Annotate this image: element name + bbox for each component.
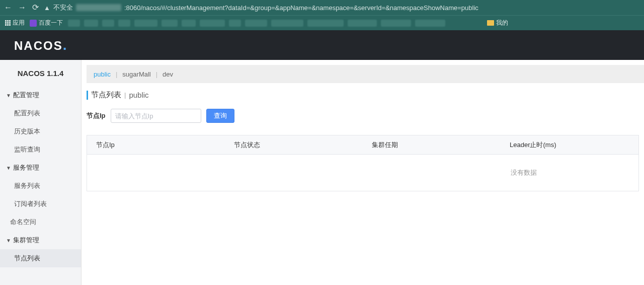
sidebar-group-service[interactable]: ▼ 服务管理	[0, 159, 81, 177]
search-label: 节点Ip	[87, 111, 106, 120]
sidebar-item-namespace[interactable]: 命名空间	[0, 213, 81, 231]
sidebar-item-history[interactable]: 历史版本	[0, 122, 81, 140]
sidebar-group-cluster[interactable]: ▼ 集群管理	[0, 231, 81, 249]
page-title: 节点列表 | public	[87, 90, 644, 100]
sidebar-title: NACOS 1.1.4	[0, 60, 81, 86]
bookmark-blurred-items	[68, 20, 482, 27]
title-accent-bar	[87, 91, 88, 100]
nacos-logo[interactable]: NACOS.	[14, 37, 67, 53]
sidebar-item-node-list[interactable]: 节点列表	[0, 249, 81, 267]
title-separator: |	[124, 91, 126, 99]
sidebar-item-service-list[interactable]: 服务列表	[0, 177, 81, 195]
bookmark-baidu[interactable]: 百度一下	[30, 19, 63, 27]
sidebar-item-listener[interactable]: 监听查询	[0, 140, 81, 159]
nacos-logo-text: NACOS	[14, 39, 63, 52]
bookmark-mine[interactable]: 我的	[487, 19, 508, 27]
table-empty-text: 没有数据	[511, 168, 537, 177]
browser-nav-icons: ← → ⟳	[4, 4, 39, 12]
baidu-icon	[30, 20, 37, 27]
table-body: 没有数据	[87, 155, 638, 191]
col-leader-due: Leader止时(ms)	[501, 135, 638, 154]
insecure-warning-icon: ▲	[44, 4, 50, 12]
col-node-ip: 节点Ip	[87, 135, 225, 154]
sidebar-item-subscriber[interactable]: 订阅者列表	[0, 195, 81, 213]
caret-down-icon: ▼	[6, 93, 11, 98]
sidebar: NACOS 1.1.4 ▼ 配置管理 配置列表 历史版本 监听查询 ▼ 服务管理…	[0, 60, 82, 285]
namespace-tab-sugarmall[interactable]: sugarMall	[122, 70, 150, 78]
namespace-tab-dev[interactable]: dev	[163, 70, 173, 78]
url-host-obscured	[76, 4, 121, 11]
search-row: 节点Ip 查询	[87, 109, 644, 123]
namespace-tab-public[interactable]: public	[94, 70, 111, 78]
bookmark-apps[interactable]: 应用	[5, 19, 25, 27]
nacos-header: NACOS.	[0, 30, 644, 60]
forward-icon[interactable]: →	[18, 4, 26, 12]
apps-grid-icon	[5, 20, 11, 26]
nacos-logo-dot: .	[63, 37, 68, 53]
sidebar-item-config-list[interactable]: 配置列表	[0, 104, 81, 122]
bookmark-apps-label: 应用	[13, 19, 25, 27]
browser-address-bar: ← → ⟳ ▲ 不安全 :8060/nacos/#/clusterManagem…	[0, 0, 644, 15]
url-area[interactable]: ▲ 不安全 :8060/nacos/#/clusterManagement?da…	[44, 3, 640, 12]
col-cluster-term: 集群任期	[363, 135, 501, 154]
table-header: 节点Ip 节点状态 集群任期 Leader止时(ms)	[87, 135, 638, 155]
sidebar-group-config-label: 配置管理	[13, 91, 39, 100]
caret-down-icon: ▼	[6, 165, 11, 171]
main-content: public | sugarMall | dev 节点列表 | public 节…	[82, 60, 644, 285]
sidebar-group-cluster-label: 集群管理	[13, 236, 39, 245]
node-table: 节点Ip 节点状态 集群任期 Leader止时(ms) 没有数据	[87, 135, 639, 191]
bookmark-baidu-label: 百度一下	[39, 19, 63, 27]
query-button[interactable]: 查询	[206, 109, 234, 123]
page-title-main: 节点列表	[91, 90, 121, 100]
namespace-tabs: public | sugarMall | dev	[87, 65, 644, 83]
node-ip-input[interactable]	[111, 109, 201, 123]
sidebar-group-config[interactable]: ▼ 配置管理	[0, 86, 81, 104]
col-node-status: 节点状态	[225, 135, 363, 154]
tab-separator: |	[116, 70, 117, 78]
reload-icon[interactable]: ⟳	[32, 4, 39, 12]
browser-bookmark-bar: 应用 百度一下 我的	[0, 15, 644, 30]
back-icon[interactable]: ←	[4, 4, 12, 12]
caret-down-icon: ▼	[6, 238, 11, 243]
page-title-sub: public	[129, 91, 148, 99]
bookmark-mine-label: 我的	[496, 19, 508, 27]
insecure-label: 不安全	[53, 3, 73, 12]
tab-separator: |	[156, 70, 157, 78]
url-path: :8060/nacos/#/clusterManagement?dataId=&…	[124, 4, 478, 12]
sidebar-group-service-label: 服务管理	[13, 163, 39, 172]
folder-icon	[487, 20, 494, 26]
